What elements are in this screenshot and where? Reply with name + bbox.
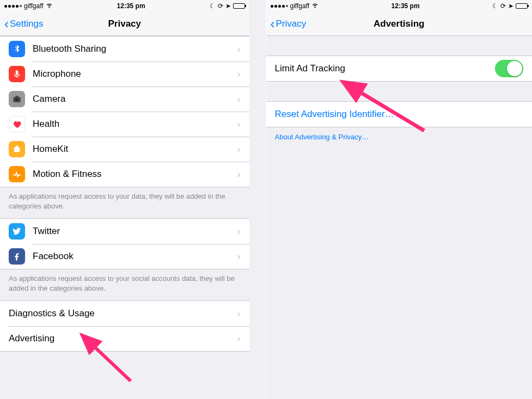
microphone-icon (9, 66, 25, 82)
back-button[interactable]: ‹ Privacy (271, 17, 307, 30)
health-icon (9, 116, 25, 132)
wifi-icon (46, 2, 53, 10)
signal-strength-icon (4, 5, 22, 8)
svg-point-2 (15, 98, 19, 101)
twitter-icon (9, 223, 25, 240)
nav-bar: ‹ Privacy Advertising (266, 12, 533, 36)
battery-icon (233, 3, 245, 9)
row-label: Bluetooth Sharing (33, 44, 237, 54)
back-label: Privacy (276, 19, 307, 29)
back-label: Settings (10, 19, 43, 29)
clock: 12:35 pm (392, 2, 420, 10)
chevron-left-icon: ‹ (4, 17, 9, 30)
row-diagnostics[interactable]: Diagnostics & Usage› (0, 301, 249, 326)
facebook-icon (9, 248, 25, 265)
svg-rect-0 (16, 70, 19, 75)
location-icon: ➤ (225, 2, 231, 10)
row-label: Twitter (33, 226, 237, 237)
bluetooth-icon (9, 41, 25, 57)
carrier-label: giffgaff (24, 2, 44, 10)
wifi-icon (311, 2, 319, 10)
homekit-icon (9, 141, 25, 157)
chevron-right-icon: › (237, 169, 241, 180)
chevron-right-icon: › (237, 44, 241, 55)
group-footer: As applications request access to your d… (0, 187, 249, 218)
signal-strength-icon (271, 5, 288, 8)
orientation-lock-icon: ⟳ (218, 2, 223, 10)
clock: 12:35 pm (117, 2, 145, 10)
row-label: Limit Ad Tracking (275, 63, 496, 74)
about-advertising-privacy-link[interactable]: About Advertising & Privacy… (266, 127, 533, 146)
row-microphone[interactable]: Microphone› (0, 62, 249, 87)
advertising-list: Limit Ad Tracking Reset Advertising Iden… (266, 36, 533, 146)
battery-icon (516, 3, 528, 9)
row-label: Facebook (33, 251, 237, 262)
reset-advertising-identifier-row[interactable]: Reset Advertising Identifier… (266, 102, 533, 127)
row-label: Reset Advertising Identifier… (275, 109, 524, 120)
row-twitter[interactable]: Twitter› (0, 219, 249, 244)
limit-ad-tracking-toggle[interactable] (495, 60, 523, 77)
chevron-right-icon: › (237, 333, 241, 345)
chevron-right-icon: › (237, 308, 241, 320)
camera-icon (9, 91, 25, 107)
row-homekit[interactable]: HomeKit› (0, 137, 249, 162)
moon-icon: ☾ (210, 2, 216, 10)
row-bluetooth[interactable]: Bluetooth Sharing› (0, 36, 249, 62)
row-facebook[interactable]: Facebook› (0, 244, 249, 269)
row-label: Diagnostics & Usage (9, 308, 237, 319)
moon-icon: ☾ (492, 2, 498, 10)
row-motion[interactable]: Motion & Fitness› (0, 162, 249, 187)
orientation-lock-icon: ⟳ (500, 2, 506, 10)
row-camera[interactable]: Camera› (0, 87, 249, 112)
advertising-screen: giffgaff 12:35 pm ☾ ⟳ ➤ ‹ Privacy Advert… (266, 0, 533, 399)
row-health[interactable]: Health› (0, 112, 249, 137)
row-label: HomeKit (33, 144, 237, 155)
chevron-right-icon: › (237, 94, 241, 105)
row-label: Motion & Fitness (33, 169, 237, 180)
chevron-right-icon: › (237, 119, 241, 130)
svg-rect-3 (15, 96, 19, 97)
row-label: Camera (33, 94, 237, 105)
row-label: Microphone (33, 69, 237, 79)
chevron-left-icon: ‹ (271, 17, 275, 30)
nav-bar: ‹ Settings Privacy (0, 12, 249, 36)
chevron-right-icon: › (237, 226, 241, 237)
privacy-screen: giffgaff 12:35 pm ☾ ⟳ ➤ ‹ Settings Priva… (0, 0, 266, 399)
chevron-right-icon: › (237, 251, 241, 262)
chevron-right-icon: › (237, 144, 241, 155)
status-bar: giffgaff 12:35 pm ☾ ⟳ ➤ (0, 0, 249, 12)
limit-ad-tracking-row[interactable]: Limit Ad Tracking (266, 56, 533, 81)
chevron-right-icon: › (237, 69, 241, 80)
row-label: Advertising (9, 333, 237, 344)
group-footer: As applications request access to your s… (0, 269, 249, 300)
status-bar: giffgaff 12:35 pm ☾ ⟳ ➤ (266, 0, 533, 12)
carrier-label: giffgaff (290, 2, 310, 10)
settings-list: Bluetooth Sharing›Microphone›Camera›Heal… (0, 36, 249, 361)
back-button[interactable]: ‹ Settings (4, 17, 43, 30)
motion-icon (9, 166, 25, 182)
row-label: Health (33, 119, 237, 130)
row-advertising[interactable]: Advertising› (0, 326, 249, 351)
location-icon: ➤ (508, 2, 513, 10)
row-label: About Advertising & Privacy… (275, 133, 524, 141)
